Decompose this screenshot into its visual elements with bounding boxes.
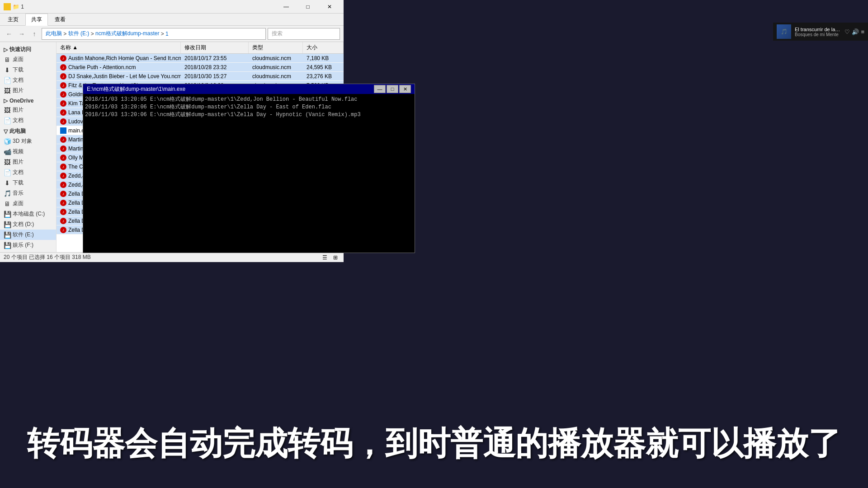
media-info: El transcurrir de las ho... Bosques de m… (795, 27, 841, 37)
col-name[interactable]: 名称 ▲ (57, 42, 181, 53)
cmd-controls: — □ ✕ (374, 85, 411, 93)
cmd-title-text: E:\ncm格式破解dump-master\1\main.exe (87, 85, 185, 93)
sidebar: ▷ 快速访问 🖥 桌面 ⬇ 下载 📄 文档 🖼 图片 ▷ OneDrive (0, 42, 57, 252)
cmd-minimize-button[interactable]: — (374, 85, 386, 93)
maximize-button[interactable]: □ (297, 0, 318, 14)
explorer-title-bar: 📁 1 — □ ✕ (0, 0, 344, 14)
col-date[interactable]: 修改日期 (181, 42, 249, 53)
sidebar-item-documents2[interactable]: 📄 文档 (0, 167, 56, 178)
sidebar-group-quick-access[interactable]: ▷ 快速访问 (0, 44, 56, 54)
sidebar-documents2-label: 文档 (13, 169, 24, 176)
path-subfolder[interactable]: 1 (165, 31, 169, 37)
drive-c-icon: 💾 (4, 211, 11, 218)
folder-icon (4, 3, 11, 10)
media-widget: 🎵 El transcurrir de las ho... Bosques de… (773, 23, 868, 41)
col-size[interactable]: 大小 (303, 42, 344, 53)
sidebar-drive-f-label: 娱乐 (F:) (13, 241, 33, 249)
quick-access-label: 快速访问 (9, 46, 31, 53)
quick-access-icon: ▷ (4, 47, 8, 53)
file-name-cell: ♪ DJ Snake,Justin Bieber - Let Me Love Y… (57, 72, 181, 80)
details-view-button[interactable]: ☰ (320, 253, 329, 262)
tab-share[interactable]: 查看 (49, 14, 71, 26)
sidebar-item-videos[interactable]: 📹 视频 (0, 146, 56, 157)
sidebar-item-drive-f[interactable]: 💾 娱乐 (F:) (0, 240, 56, 250)
sidebar-drive-c-label: 本地磁盘 (C:) (13, 210, 45, 218)
path-pc[interactable]: 此电脑 (46, 30, 62, 38)
3d-icon: 🧊 (4, 138, 11, 145)
file-icon-ncm: ♪ (60, 82, 66, 89)
large-icons-view-button[interactable]: ⊞ (331, 253, 340, 262)
cmd-maximize-button[interactable]: □ (387, 85, 398, 93)
pictures-icon: 🖼 (4, 87, 11, 94)
minimize-button[interactable]: — (276, 0, 297, 14)
table-row[interactable]: ♪ Charlie Puth - Attention.ncm 2018/10/2… (57, 63, 344, 72)
address-path[interactable]: 此电脑 > 软件 (E:) > ncm格式破解dump-master > 1 (42, 28, 266, 40)
media-controls: ♡ 🔊 ≡ (844, 28, 864, 35)
drive-f-icon: 💾 (4, 242, 11, 249)
forward-button[interactable]: → (16, 28, 27, 39)
title-bar-left: 📁 1 (4, 3, 24, 10)
table-row[interactable]: ♪ Austin Mahone,Rich Homie Quan - Send I… (57, 54, 344, 63)
file-name: Austin Mahone,Rich Homie Quan - Send It.… (68, 55, 181, 61)
sidebar-item-music[interactable]: 🎵 音乐 (0, 188, 56, 198)
sidebar-item-downloads[interactable]: ⬇ 下载 (0, 65, 56, 75)
file-type: cloudmusic.ncm (249, 63, 303, 71)
file-icon-ncm: ♪ (60, 218, 66, 224)
media-heart-button[interactable]: ♡ (844, 28, 850, 35)
desktop2-icon: 🖥 (4, 200, 11, 207)
sidebar-item-onedrive-documents[interactable]: 📄 文档 (0, 115, 56, 126)
sidebar-pictures-label: 图片 (13, 87, 24, 94)
documents2-icon: 📄 (4, 169, 11, 176)
back-button[interactable]: ← (4, 28, 14, 39)
file-icon-ncm: ♪ (60, 100, 66, 107)
file-icon-ncm: ♪ (60, 73, 66, 80)
file-icon-ncm: ♪ (60, 64, 66, 70)
close-button[interactable]: ✕ (319, 0, 340, 14)
file-type: cloudmusic.ncm (249, 54, 303, 62)
sidebar-item-downloads2[interactable]: ⬇ 下载 (0, 178, 56, 188)
up-button[interactable]: ↑ (29, 28, 40, 39)
sidebar-music-label: 音乐 (13, 189, 24, 197)
media-menu-button[interactable]: ≡ (861, 28, 864, 35)
sidebar-item-drive-d[interactable]: 💾 文档 (D:) (0, 219, 56, 230)
file-list-header: 名称 ▲ 修改日期 类型 大小 (57, 42, 344, 54)
file-type: cloudmusic.ncm (249, 72, 303, 80)
file-icon-ncm: ♪ (60, 164, 66, 170)
cmd-body[interactable]: 2018/11/03 13:20:05 E:\ncm格式破解dump-maste… (83, 94, 415, 253)
sidebar-item-pictures2[interactable]: 🖼 图片 (0, 157, 56, 167)
media-subtitle: Bosques de mi Mente (795, 32, 841, 37)
sidebar-item-pictures[interactable]: 🖼 图片 (0, 85, 56, 96)
downloads-icon: ⬇ (4, 66, 11, 74)
file-name: Charlie Puth - Attention.ncm (68, 64, 136, 70)
status-right: ☰ ⊞ (320, 253, 340, 262)
sidebar-item-drive-c[interactable]: 💾 本地磁盘 (C:) (0, 209, 56, 219)
sidebar-group-thispc[interactable]: ▽ 此电脑 (0, 126, 56, 136)
cmd-close-button[interactable]: ✕ (399, 85, 411, 93)
sidebar-item-desktop2[interactable]: 🖥 桌面 (0, 198, 56, 209)
tab-home[interactable]: 共享 (25, 14, 48, 26)
sidebar-item-3d[interactable]: 🧊 3D 对象 (0, 136, 56, 146)
path-folder[interactable]: ncm格式破解dump-master (95, 30, 159, 38)
path-drive[interactable]: 软件 (E:) (68, 30, 90, 38)
sidebar-onedrive-documents-label: 文档 (13, 117, 24, 124)
sidebar-item-documents[interactable]: 📄 文档 (0, 75, 56, 85)
explorer-title: 📁 1 (13, 4, 24, 10)
media-volume-button[interactable]: 🔊 (852, 28, 859, 35)
col-type[interactable]: 类型 (249, 42, 303, 53)
sidebar-group-onedrive[interactable]: ▷ OneDrive (0, 96, 56, 105)
thispc-label: 此电脑 (9, 127, 26, 135)
videos-icon: 📹 (4, 148, 11, 155)
thispc-expand-icon: ▽ (4, 128, 8, 135)
tab-file[interactable]: 主页 (2, 14, 24, 26)
sidebar-item-onedrive-pictures[interactable]: 🖼 图片 (0, 105, 56, 115)
search-box[interactable]: 搜索 (268, 28, 340, 40)
sidebar-pictures2-label: 图片 (13, 158, 24, 166)
tab-view[interactable] (72, 17, 84, 22)
file-icon-ncm: ♪ (60, 55, 66, 61)
sidebar-videos-label: 视频 (13, 148, 24, 155)
drive-e-icon: 💾 (4, 231, 11, 239)
sidebar-item-drive-e[interactable]: 💾 软件 (E:) (0, 230, 56, 240)
table-row[interactable]: ♪ DJ Snake,Justin Bieber - Let Me Love Y… (57, 72, 344, 81)
sidebar-item-desktop[interactable]: 🖥 桌面 (0, 54, 56, 65)
sidebar-drive-e-label: 软件 (E:) (13, 231, 34, 239)
